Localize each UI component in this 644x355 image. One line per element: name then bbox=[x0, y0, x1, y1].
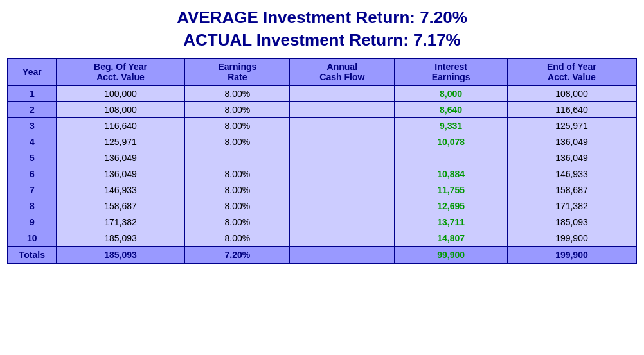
cell-earnings-rate: 8.00% bbox=[185, 134, 290, 150]
cell-interest: 11,755 bbox=[395, 182, 508, 198]
cell-interest: 12,695 bbox=[395, 198, 508, 214]
cell-annual-cash bbox=[290, 214, 395, 230]
cell-beg-value: 100,000 bbox=[56, 85, 185, 101]
footer-annual-cash bbox=[290, 247, 395, 263]
col-header-annual-cash: Annual Cash Flow bbox=[290, 58, 395, 85]
table-header-row: Year Beg. Of Year Acct. Value Earnings R… bbox=[8, 58, 636, 85]
cell-interest: 13,711 bbox=[395, 214, 508, 230]
cell-interest: 8,640 bbox=[395, 101, 508, 117]
footer-interest: 99,900 bbox=[395, 247, 508, 263]
table-row: 6136,0498.00%10,884146,933 bbox=[8, 166, 636, 182]
cell-end-value: 136,049 bbox=[507, 150, 636, 166]
table-footer-row: Totals 185,093 7.20% 99,900 199,900 bbox=[8, 247, 636, 263]
cell-year: 4 bbox=[8, 134, 56, 150]
cell-earnings-rate: 8.00% bbox=[185, 214, 290, 230]
cell-earnings-rate: 8.00% bbox=[185, 230, 290, 247]
table-body: 1100,0008.00%8,000108,0002108,0008.00%8,… bbox=[8, 85, 636, 247]
cell-beg-value: 185,093 bbox=[56, 230, 185, 247]
cell-beg-value: 171,382 bbox=[56, 214, 185, 230]
cell-annual-cash bbox=[290, 230, 395, 247]
cell-annual-cash bbox=[290, 182, 395, 198]
cell-interest: 10,078 bbox=[395, 134, 508, 150]
cell-interest: 14,807 bbox=[395, 230, 508, 247]
cell-end-value: 199,900 bbox=[507, 230, 636, 247]
footer-year: Totals bbox=[8, 247, 56, 263]
col-header-earnings-rate: Earnings Rate bbox=[185, 58, 290, 85]
cell-year: 5 bbox=[8, 150, 56, 166]
cell-year: 2 bbox=[8, 101, 56, 117]
cell-earnings-rate: 8.00% bbox=[185, 85, 290, 101]
table-row: 2108,0008.00%8,640116,640 bbox=[8, 101, 636, 117]
investment-table: Year Beg. Of Year Acct. Value Earnings R… bbox=[7, 58, 637, 264]
cell-annual-cash bbox=[290, 117, 395, 134]
table-row: 1100,0008.00%8,000108,000 bbox=[8, 85, 636, 101]
footer-end-value: 199,900 bbox=[507, 247, 636, 263]
cell-end-value: 158,687 bbox=[507, 182, 636, 198]
avg-return-title: AVERAGE Investment Return: 7.20% bbox=[177, 6, 467, 29]
cell-end-value: 136,049 bbox=[507, 134, 636, 150]
cell-annual-cash bbox=[290, 166, 395, 182]
cell-beg-value: 116,640 bbox=[56, 117, 185, 134]
footer-earnings-rate: 7.20% bbox=[185, 247, 290, 263]
cell-annual-cash bbox=[290, 134, 395, 150]
cell-earnings-rate bbox=[185, 150, 290, 166]
cell-annual-cash bbox=[290, 101, 395, 117]
cell-earnings-rate: 8.00% bbox=[185, 117, 290, 134]
cell-year: 6 bbox=[8, 166, 56, 182]
cell-earnings-rate: 8.00% bbox=[185, 101, 290, 117]
cell-beg-value: 136,049 bbox=[56, 166, 185, 182]
footer-beg-value: 185,093 bbox=[56, 247, 185, 263]
table-row: 8158,6878.00%12,695171,382 bbox=[8, 198, 636, 214]
cell-beg-value: 108,000 bbox=[56, 101, 185, 117]
col-header-interest: Interest Earnings bbox=[395, 58, 508, 85]
table-row: 7146,9338.00%11,755158,687 bbox=[8, 182, 636, 198]
cell-earnings-rate: 8.00% bbox=[185, 182, 290, 198]
table-row: 3116,6408.00%9,331125,971 bbox=[8, 117, 636, 134]
page-header: AVERAGE Investment Return: 7.20% ACTUAL … bbox=[177, 6, 467, 51]
cell-year: 7 bbox=[8, 182, 56, 198]
investment-table-wrapper: Year Beg. Of Year Acct. Value Earnings R… bbox=[7, 58, 637, 264]
cell-end-value: 116,640 bbox=[507, 101, 636, 117]
cell-end-value: 171,382 bbox=[507, 198, 636, 214]
col-header-year: Year bbox=[8, 58, 56, 85]
cell-beg-value: 125,971 bbox=[56, 134, 185, 150]
cell-end-value: 108,000 bbox=[507, 85, 636, 101]
cell-annual-cash bbox=[290, 85, 395, 101]
cell-year: 8 bbox=[8, 198, 56, 214]
table-row: 10185,0938.00%14,807199,900 bbox=[8, 230, 636, 247]
cell-interest bbox=[395, 150, 508, 166]
cell-end-value: 146,933 bbox=[507, 166, 636, 182]
table-row: 5136,049136,049 bbox=[8, 150, 636, 166]
cell-annual-cash bbox=[290, 198, 395, 214]
col-header-beg-value: Beg. Of Year Acct. Value bbox=[56, 58, 185, 85]
cell-beg-value: 136,049 bbox=[56, 150, 185, 166]
cell-year: 3 bbox=[8, 117, 56, 134]
cell-earnings-rate: 8.00% bbox=[185, 198, 290, 214]
table-row: 9171,3828.00%13,711185,093 bbox=[8, 214, 636, 230]
cell-beg-value: 146,933 bbox=[56, 182, 185, 198]
cell-end-value: 125,971 bbox=[507, 117, 636, 134]
cell-beg-value: 158,687 bbox=[56, 198, 185, 214]
table-row: 4125,9718.00%10,078136,049 bbox=[8, 134, 636, 150]
cell-year: 10 bbox=[8, 230, 56, 247]
cell-year: 1 bbox=[8, 85, 56, 101]
cell-interest: 8,000 bbox=[395, 85, 508, 101]
cell-interest: 9,331 bbox=[395, 117, 508, 134]
actual-return-title: ACTUAL Investment Return: 7.17% bbox=[177, 29, 467, 51]
cell-annual-cash bbox=[290, 150, 395, 166]
cell-end-value: 185,093 bbox=[507, 214, 636, 230]
col-header-end-value: End of Year Acct. Value bbox=[507, 58, 636, 85]
cell-interest: 10,884 bbox=[395, 166, 508, 182]
cell-earnings-rate: 8.00% bbox=[185, 166, 290, 182]
cell-year: 9 bbox=[8, 214, 56, 230]
